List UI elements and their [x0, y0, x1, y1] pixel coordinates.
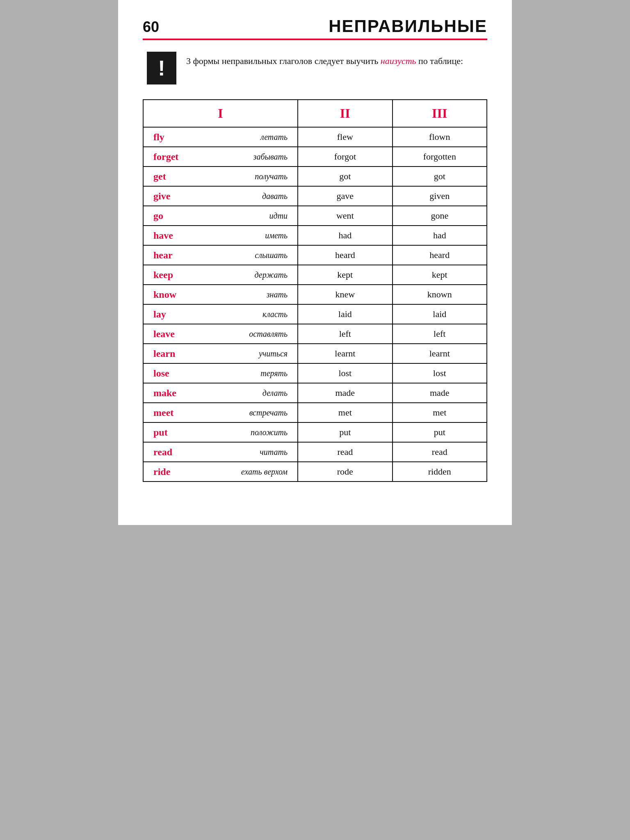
table-row: keepдержатьkeptkept	[143, 265, 487, 285]
verb-english: forget	[153, 151, 182, 162]
table-row: readчитатьreadread	[143, 442, 487, 462]
table-row: getполучатьgotgot	[143, 167, 487, 186]
verb-form2: knew	[298, 285, 392, 304]
header-col1: I	[143, 100, 298, 127]
verb-col1: giveдавать	[143, 186, 298, 206]
verb-form3: ridden	[393, 462, 487, 482]
verb-form2: learnt	[298, 344, 392, 363]
verb-form2: read	[298, 442, 392, 462]
verb-russian: ехать верхом	[241, 467, 288, 477]
verb-form3: heard	[393, 245, 487, 265]
header-col3: III	[393, 100, 487, 127]
verb-table: I II III flyлетатьflewflownforgetзабыват…	[143, 99, 487, 482]
verb-form2: flew	[298, 127, 392, 147]
verb-russian: держать	[254, 270, 288, 280]
verb-col1: haveиметь	[143, 226, 298, 245]
verb-russian: иметь	[265, 231, 288, 240]
verb-russian: давать	[262, 192, 288, 201]
table-row: knowзнатьknewknown	[143, 285, 487, 304]
verb-english: keep	[153, 269, 176, 281]
verb-english: make	[153, 388, 180, 399]
verb-col1: flyлетать	[143, 127, 298, 147]
verb-form2: got	[298, 167, 392, 186]
verb-russian: слышать	[255, 251, 288, 260]
verb-form3: learnt	[393, 344, 487, 363]
verb-form2: lost	[298, 363, 392, 383]
verb-form3: had	[393, 226, 487, 245]
verb-col1: loseтерять	[143, 363, 298, 383]
verb-form2: went	[298, 206, 392, 226]
verb-col1: layкласть	[143, 304, 298, 324]
page-title: НЕПРАВИЛЬНЫЕ	[329, 16, 487, 36]
table-row: putположитьputput	[143, 422, 487, 442]
verb-english: give	[153, 191, 173, 202]
verb-russian: летать	[260, 132, 288, 142]
verb-form2: met	[298, 403, 392, 422]
verb-col1: putположить	[143, 422, 298, 442]
verb-english: ride	[153, 466, 173, 477]
table-row: goидтиwentgone	[143, 206, 487, 226]
verb-form3: given	[393, 186, 487, 206]
verb-form3: known	[393, 285, 487, 304]
verb-form3: read	[393, 442, 487, 462]
verb-col1: readчитать	[143, 442, 298, 462]
header-col2: II	[298, 100, 392, 127]
verb-english: hear	[153, 250, 176, 261]
verb-form3: put	[393, 422, 487, 442]
notice-text: 3 формы неправильных глаголов следует вы…	[186, 52, 463, 68]
verb-form3: made	[393, 383, 487, 403]
verb-english: learn	[153, 348, 178, 359]
verb-russian: читать	[260, 447, 288, 457]
verb-russian: знать	[267, 290, 288, 299]
page-number: 60	[143, 18, 159, 36]
verb-col1: hearслышать	[143, 245, 298, 265]
verb-form2: rode	[298, 462, 392, 482]
verb-col1: meetвстречать	[143, 403, 298, 422]
verb-english: go	[153, 210, 167, 221]
verb-russian: учиться	[259, 349, 288, 358]
verb-form2: put	[298, 422, 392, 442]
verb-english: leave	[153, 329, 178, 340]
table-header-row: I II III	[143, 100, 487, 127]
verb-form3: laid	[393, 304, 487, 324]
verb-col1: goидти	[143, 206, 298, 226]
verb-form3: lost	[393, 363, 487, 383]
verb-form2: heard	[298, 245, 392, 265]
verb-form3: flown	[393, 127, 487, 147]
table-row: leaveоставлятьleftleft	[143, 324, 487, 344]
verb-russian: положить	[251, 428, 288, 437]
verb-form2: gave	[298, 186, 392, 206]
verb-russian: делать	[262, 388, 288, 398]
red-divider	[143, 39, 487, 40]
verb-russian: оставлять	[249, 329, 288, 339]
verb-english: lose	[153, 368, 173, 379]
verb-russian: встречать	[249, 408, 288, 418]
verb-col1: getполучать	[143, 167, 298, 186]
table-row: flyлетатьflewflown	[143, 127, 487, 147]
verb-col1: makeделать	[143, 383, 298, 403]
verb-russian: забывать	[253, 152, 288, 162]
table-row: rideехать верхомroderidden	[143, 462, 487, 482]
verb-form2: forgot	[298, 147, 392, 167]
verb-col1: learnучиться	[143, 344, 298, 363]
verb-english: read	[153, 447, 176, 458]
verb-col1: knowзнать	[143, 285, 298, 304]
table-row: makeделатьmademade	[143, 383, 487, 403]
notice-box: ! 3 формы неправильных глаголов следует …	[143, 52, 487, 84]
verb-form3: met	[393, 403, 487, 422]
verb-form3: kept	[393, 265, 487, 285]
table-row: meetвстречатьmetmet	[143, 403, 487, 422]
verb-form2: had	[298, 226, 392, 245]
table-row: forgetзабыватьforgotforgotten	[143, 147, 487, 167]
table-row: hearслышатьheardheard	[143, 245, 487, 265]
verb-col1: keepдержать	[143, 265, 298, 285]
page: 60 НЕПРАВИЛЬНЫЕ ! 3 формы неправильных г…	[118, 0, 512, 525]
verb-russian: получать	[255, 172, 288, 181]
table-row: layкластьlaidlaid	[143, 304, 487, 324]
exclamation-icon: !	[147, 52, 176, 84]
table-row: haveиметьhadhad	[143, 226, 487, 245]
verb-russian: идти	[269, 211, 288, 221]
verb-english: fly	[153, 132, 168, 143]
verb-english: put	[153, 427, 171, 438]
verb-col1: rideехать верхом	[143, 462, 298, 482]
